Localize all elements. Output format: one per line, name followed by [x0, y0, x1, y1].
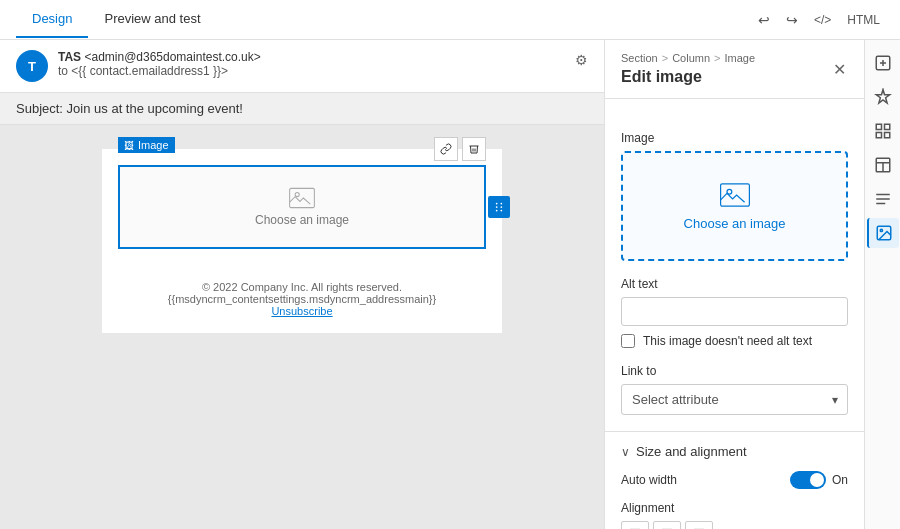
email-footer: © 2022 Company Inc. All rights reserved.… — [102, 265, 502, 333]
image-section-label: Image — [621, 131, 848, 145]
close-button[interactable]: ✕ — [831, 58, 848, 81]
nav-tabs: Design Preview and test — [16, 1, 217, 38]
svg-rect-24 — [876, 133, 881, 138]
toggle-on-label: On — [832, 473, 848, 487]
align-right-btn[interactable] — [685, 521, 713, 529]
code-icon[interactable]: </> — [810, 9, 835, 31]
image-block-wrapper: 🖼 Image — [118, 165, 486, 249]
link-to-select-wrapper: Select attribute ▾ — [621, 384, 848, 415]
from-email: <admin@d365domaintest.co.uk> — [84, 50, 260, 64]
avatar: T — [16, 50, 48, 82]
no-alt-text-checkbox[interactable] — [621, 334, 635, 348]
sidebar-personalize-icon[interactable] — [867, 82, 899, 112]
settings-icon[interactable]: ⚙ — [575, 52, 588, 68]
image-icon-small: 🖼 — [124, 140, 134, 151]
sidebar-strip — [864, 40, 900, 529]
tab-design[interactable]: Design — [16, 1, 88, 38]
svg-rect-25 — [884, 133, 889, 138]
breadcrumb-image[interactable]: Image — [724, 52, 755, 64]
svg-point-1 — [295, 193, 299, 197]
align-center-btn[interactable] — [653, 521, 681, 529]
unsubscribe-link[interactable]: Unsubscribe — [271, 305, 332, 317]
panel-header-left: Section > Column > Image Edit image — [621, 52, 755, 86]
panel-title: Edit image — [621, 68, 755, 86]
no-alt-text-label[interactable]: This image doesn't need alt text — [643, 334, 812, 348]
alt-text-input[interactable] — [621, 297, 848, 326]
top-nav: Design Preview and test ↩ ↪ </> HTML — [0, 0, 900, 40]
toggle-thumb — [810, 473, 824, 487]
image-placeholder: Choose an image — [120, 167, 484, 247]
svg-point-4 — [496, 206, 498, 208]
breadcrumb: Section > Column > Image — [621, 52, 755, 64]
image-block-toolbar: 🖼 Image — [118, 137, 175, 153]
breadcrumb-sep1: > — [662, 52, 668, 64]
sidebar-image-panel-icon[interactable] — [867, 218, 899, 248]
choose-image-link[interactable]: Choose an image — [684, 216, 786, 231]
breadcrumb-column[interactable]: Column — [672, 52, 710, 64]
sidebar-format-icon[interactable] — [867, 184, 899, 214]
svg-point-6 — [496, 210, 498, 212]
svg-point-5 — [500, 206, 502, 208]
size-alignment-section-header[interactable]: ∨ Size and alignment — [605, 431, 864, 471]
sidebar-add-icon[interactable] — [867, 48, 899, 78]
auto-width-title: Auto width — [621, 473, 677, 487]
size-alignment-chevron: ∨ — [621, 445, 630, 459]
alignment-group: Alignment — [621, 501, 848, 529]
panel-body: Image Choose an image Alt text This imag… — [605, 99, 864, 431]
toggle-track[interactable] — [790, 471, 826, 489]
sidebar-layout-icon[interactable] — [867, 150, 899, 180]
image-block[interactable]: Choose an image — [118, 165, 486, 249]
breadcrumb-sep2: > — [714, 52, 720, 64]
svg-point-2 — [496, 203, 498, 205]
panel-header: Section > Column > Image Edit image ✕ — [605, 40, 864, 99]
from-line: TAS <admin@d365domaintest.co.uk> — [58, 50, 261, 64]
nav-actions: ↩ ↪ </> HTML — [754, 8, 884, 32]
image-toolbar-right — [434, 137, 486, 161]
tab-preview-and-test[interactable]: Preview and test — [88, 1, 216, 38]
main-area: T TAS <admin@d365domaintest.co.uk> to <{… — [0, 40, 900, 529]
footer-copyright: © 2022 Company Inc. All rights reserved. — [118, 281, 486, 293]
image-field-group: Image Choose an image — [621, 131, 848, 261]
image-link-btn[interactable] — [434, 137, 458, 161]
alt-text-label: Alt text — [621, 277, 848, 291]
link-to-select[interactable]: Select attribute — [621, 384, 848, 415]
image-delete-btn[interactable] — [462, 137, 486, 161]
email-canvas: 🖼 Image — [0, 125, 604, 529]
redo-icon[interactable]: ↪ — [782, 8, 802, 32]
svg-rect-22 — [876, 124, 881, 129]
email-from: TAS <admin@d365domaintest.co.uk> to <{{ … — [58, 50, 261, 82]
sidebar-elements-icon[interactable] — [867, 116, 899, 146]
to-line: to <{{ contact.emailaddress1 }}> — [58, 64, 261, 78]
auto-width-toggle[interactable]: On — [790, 471, 848, 489]
image-block-label: Image — [138, 139, 169, 151]
svg-point-3 — [500, 203, 502, 205]
html-label: HTML — [843, 9, 884, 31]
from-name: TAS — [58, 50, 81, 64]
subject-label: Subject: — [16, 101, 63, 116]
svg-rect-23 — [884, 124, 889, 129]
breadcrumb-section[interactable]: Section — [621, 52, 658, 64]
auto-width-label-group: Auto width — [621, 473, 677, 487]
auto-width-row: Auto width On — [621, 471, 848, 489]
size-alignment-body: Auto width On Alignment — [605, 471, 864, 529]
email-content-wrapper: 🖼 Image — [102, 149, 502, 333]
footer-address: {{msdyncrm_contentsettings.msdyncrm_addr… — [118, 293, 486, 305]
alt-text-field-group: Alt text This image doesn't need alt tex… — [621, 277, 848, 348]
right-panel: Section > Column > Image Edit image ✕ Im… — [604, 40, 864, 529]
email-subject: Subject: Join us at the upcoming event! — [0, 93, 604, 125]
alignment-label: Alignment — [621, 501, 848, 515]
link-to-label: Link to — [621, 364, 848, 378]
email-meta: T TAS <admin@d365domaintest.co.uk> to <{… — [0, 40, 604, 93]
drag-handle[interactable] — [488, 196, 510, 218]
link-to-field-group: Link to Select attribute ▾ — [621, 364, 848, 415]
align-left-btn[interactable] — [621, 521, 649, 529]
email-editor: T TAS <admin@d365domaintest.co.uk> to <{… — [0, 40, 604, 529]
undo-icon[interactable]: ↩ — [754, 8, 774, 32]
email-meta-left: T TAS <admin@d365domaintest.co.uk> to <{… — [16, 50, 261, 82]
alignment-icons — [621, 521, 848, 529]
subject-value: Join us at the upcoming event! — [67, 101, 243, 116]
image-upload-area[interactable]: Choose an image — [621, 151, 848, 261]
size-alignment-label: Size and alignment — [636, 444, 747, 459]
svg-point-7 — [500, 210, 502, 212]
image-placeholder-text: Choose an image — [255, 213, 349, 227]
